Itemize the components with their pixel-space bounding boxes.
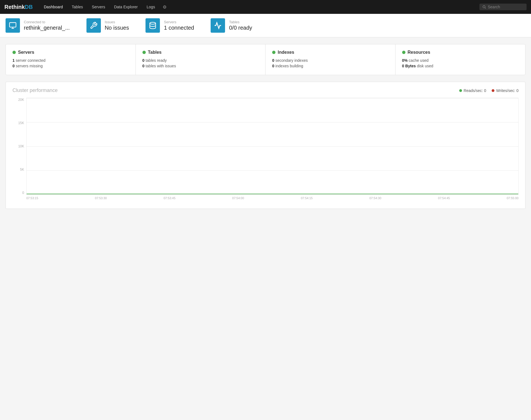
y-label-10k: 10K	[12, 144, 26, 148]
settings-icon[interactable]: ⚙	[159, 0, 170, 14]
x-axis: 07:53:15 07:53:30 07:53:45 07:54:00 07:5…	[26, 195, 519, 203]
issues-value: No issues	[105, 25, 129, 31]
x-label-1: 07:53:30	[95, 196, 107, 200]
x-label-0: 07:53:15	[26, 196, 38, 200]
reads-label: Reads/sec: 0	[464, 88, 486, 93]
monitor-icon	[6, 18, 20, 33]
search-icon	[482, 5, 486, 9]
servers-value: 1 connected	[164, 25, 194, 31]
y-label-5k: 5K	[12, 168, 26, 171]
servers-label: Servers	[164, 20, 194, 24]
wrench-icon	[86, 18, 101, 33]
status-card-tables: Tables 0 tables ready 0 tables with issu…	[136, 44, 266, 75]
indexes-row-2: 0 indexes building	[272, 64, 389, 68]
header-card-issues: Issues No issues	[86, 14, 137, 37]
y-label-0: 0	[12, 191, 26, 195]
performance-card: Cluster performance Reads/sec: 0 Writes/…	[6, 82, 525, 209]
reads-line	[27, 194, 518, 194]
gridline-5k	[27, 170, 518, 171]
y-axis: 0 5K 10K 15K 20K	[12, 98, 26, 195]
svg-rect-2	[9, 23, 16, 27]
main-content: Servers 1 server connected 0 servers mis…	[0, 37, 531, 216]
servers-row-2: 0 servers missing	[12, 64, 129, 68]
servers-row-1: 1 server connected	[12, 58, 129, 63]
chart-icon	[211, 18, 225, 33]
y-label-15k: 15K	[12, 121, 26, 125]
servers-status-title: Servers	[18, 50, 34, 55]
servers-status-dot	[12, 51, 16, 54]
nav-tables[interactable]: Tables	[67, 0, 87, 14]
connected-value: rethink_general_...	[24, 25, 70, 31]
gridline-0	[27, 194, 518, 194]
performance-legend: Reads/sec: 0 Writes/sec: 0	[459, 88, 519, 93]
tables-status-title: Tables	[148, 50, 162, 55]
writes-dot	[492, 89, 494, 92]
resources-row-2: 0 Bytes disk used	[402, 64, 519, 68]
indexes-row-1: 0 secondary indexes	[272, 58, 389, 63]
y-label-20k: 20K	[12, 98, 26, 102]
indexes-status-title: Indexes	[278, 50, 294, 55]
writes-label: Writes/sec: 0	[496, 88, 519, 93]
indexes-status-dot	[272, 51, 275, 54]
chart-wrapper: 0 5K 10K 15K 20K 07:53:15 07:53:30	[12, 98, 519, 203]
svg-line-1	[485, 8, 486, 9]
tables-row-1: 0 tables ready	[142, 58, 259, 63]
gridline-10k	[27, 146, 518, 147]
tables-value: 0/0 ready	[229, 25, 252, 31]
x-label-5: 07:54:30	[369, 196, 381, 200]
status-card-servers: Servers 1 server connected 0 servers mis…	[6, 44, 136, 75]
chart-area	[26, 98, 519, 195]
tables-row-2: 0 tables with issues	[142, 64, 259, 68]
resources-row-1: 0% cache used	[402, 58, 519, 63]
resources-status-dot	[402, 51, 405, 54]
search-bar	[479, 4, 527, 10]
gridline-20k	[27, 98, 518, 98]
x-label-4: 07:54:15	[301, 196, 313, 200]
reads-dot	[459, 89, 462, 92]
resources-status-title: Resources	[408, 50, 430, 55]
tables-label: Tables	[229, 20, 252, 24]
performance-title: Cluster performance	[12, 88, 459, 93]
status-card-resources: Resources 0% cache used 0 Bytes disk use…	[395, 44, 525, 75]
x-label-2: 07:53:45	[164, 196, 175, 200]
nav-data-explorer[interactable]: Data Explorer	[109, 0, 142, 14]
search-input[interactable]	[488, 5, 524, 9]
tables-status-dot	[142, 51, 146, 54]
navigation: Rethink DB Dashboard Tables Servers Data…	[0, 0, 531, 14]
legend-reads: Reads/sec: 0	[459, 88, 486, 93]
nav-logs[interactable]: Logs	[142, 0, 159, 14]
database-icon	[145, 18, 160, 33]
x-label-7: 07:55:00	[507, 196, 519, 200]
nav-servers[interactable]: Servers	[87, 0, 109, 14]
gridline-15k	[27, 122, 518, 122]
header-card-connected: Connected to rethink_general_...	[6, 14, 78, 37]
logo-db: DB	[25, 4, 33, 10]
status-card-indexes: Indexes 0 secondary indexes 0 indexes bu…	[266, 44, 395, 75]
header-card-servers: Servers 1 connected	[145, 14, 202, 37]
header-bar: Connected to rethink_general_... Issues …	[0, 14, 531, 37]
nav-dashboard[interactable]: Dashboard	[39, 0, 67, 14]
connected-label: Connected to	[24, 20, 70, 24]
legend-writes: Writes/sec: 0	[492, 88, 519, 93]
svg-point-0	[483, 6, 485, 8]
header-card-tables: Tables 0/0 ready	[211, 14, 260, 37]
issues-label: Issues	[105, 20, 129, 24]
x-label-3: 07:54:00	[232, 196, 244, 200]
x-label-6: 07:54:45	[438, 196, 450, 200]
status-grid: Servers 1 server connected 0 servers mis…	[6, 44, 525, 75]
logo[interactable]: Rethink DB	[4, 4, 33, 10]
svg-point-5	[150, 22, 156, 24]
nav-links: Dashboard Tables Servers Data Explorer L…	[39, 0, 479, 14]
logo-rethink: Rethink	[4, 4, 25, 10]
